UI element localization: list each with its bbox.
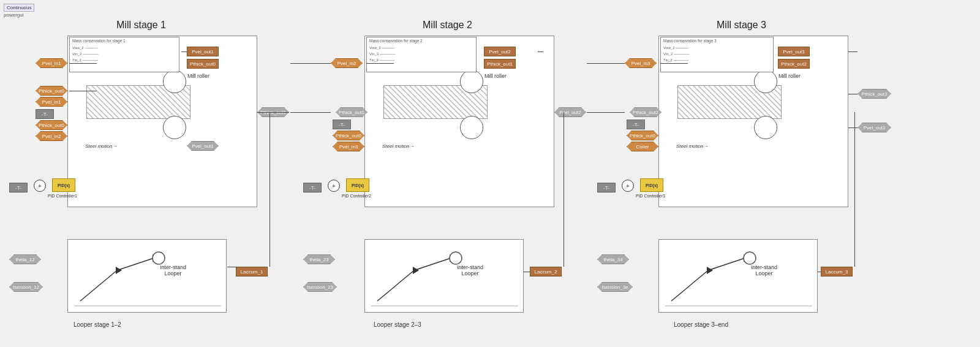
neg-t-pid2-block: -T- bbox=[303, 183, 322, 193]
looper3-box: Inter-standLooper bbox=[658, 239, 818, 313]
pthick-out0-2-block: Pthick_out0 bbox=[36, 120, 67, 130]
line-s2-looper-h bbox=[524, 272, 530, 272]
neg-t-pid1-block: -T- bbox=[9, 183, 28, 193]
mc1-vin: Vin_2 ────── bbox=[72, 52, 98, 56]
pthick-out1-mc-block: Pthick_out1 bbox=[484, 59, 516, 69]
pvel-out1-mc-block: Pvel_out1 bbox=[187, 47, 219, 56]
line-s2-out-mc bbox=[538, 51, 543, 52]
vline-s2-looper bbox=[564, 112, 564, 267]
neg-t-3-block: -T- bbox=[627, 120, 645, 129]
pvel-in1-block: Pvel_in1 bbox=[36, 58, 67, 68]
pthick-out0-1-block: Pthick_out0 bbox=[36, 86, 67, 96]
svg-point-4 bbox=[153, 252, 165, 264]
looper1-box: Inter-standLooper bbox=[67, 239, 227, 313]
mc3-vout: Vout_2 ───── bbox=[663, 46, 689, 50]
svg-line-6 bbox=[377, 270, 414, 301]
steel-motion-label-2: Steel motion→ bbox=[382, 143, 414, 149]
pthick-out0-s2-block: Pthick_out0 bbox=[333, 131, 364, 140]
line-s1-pvel-in bbox=[69, 63, 97, 64]
mill-roller-label-3: Mill roller bbox=[778, 73, 801, 79]
pid3-block[interactable]: PID(s) bbox=[640, 178, 663, 192]
line-s1-s2-pthick bbox=[290, 112, 331, 113]
pthick-out3-block: Pthick_out3 bbox=[858, 89, 891, 99]
line-s3-pvel-out bbox=[848, 128, 858, 128]
pid2-block[interactable]: PID(s) bbox=[346, 178, 369, 192]
mc2-tin: Tin_3 ────── bbox=[369, 58, 395, 62]
mass-conservation-1-box: Mass conservation for stage 1 Vout_2 ───… bbox=[69, 37, 179, 72]
pthick-out2-input-block: Pthick_out2 bbox=[630, 107, 662, 117]
interstand-label-3: Inter-standLooper bbox=[751, 264, 777, 276]
svg-line-13 bbox=[708, 258, 745, 270]
tsension12-block: tsension_12 bbox=[9, 282, 43, 292]
roller-bottom-1 bbox=[163, 116, 186, 139]
pthick-out1-input-block: Pthick_out1 bbox=[336, 107, 368, 117]
stage2-title: Mill stage 2 bbox=[423, 20, 472, 31]
vline-s1-looper bbox=[270, 112, 270, 267]
pvel-in3-stage3-block: Pvel_in3 bbox=[625, 58, 657, 68]
pvel-in2-stage2-block: Pvel_in2 bbox=[331, 58, 363, 68]
powergui-label: powergui bbox=[4, 12, 23, 18]
svg-line-0 bbox=[80, 270, 117, 301]
pthick-out0-mc-block: Pthick_out0 bbox=[187, 59, 219, 69]
interstand-label-1: Inter-standLooper bbox=[160, 264, 186, 276]
pvel-out3-out-block: Pvel_out3 bbox=[858, 123, 891, 132]
neg-t-pid3-block: -T- bbox=[597, 183, 616, 193]
looper3-svg bbox=[659, 240, 818, 313]
line-s1-pthick bbox=[69, 91, 97, 91]
mass-conservation-2-box: Mass conservation for stage 2 Vout_3 ───… bbox=[366, 37, 477, 72]
steel-motion-label-1: Steel motion→ bbox=[85, 143, 117, 149]
svg-point-10 bbox=[450, 252, 462, 264]
vline-s3-looper bbox=[854, 112, 855, 267]
svg-marker-3 bbox=[116, 267, 122, 274]
looper2-svg bbox=[365, 240, 524, 313]
line-s3-pthick-out bbox=[848, 94, 858, 94]
mc2-label: Mass conservation for stage 2 bbox=[369, 39, 423, 43]
line-s3-looper-h bbox=[818, 272, 821, 272]
pid2-label: PID Controller2 bbox=[342, 194, 371, 198]
pid1-label: PID Controller1 bbox=[48, 194, 77, 198]
sum-junction-3: + bbox=[622, 180, 634, 192]
stage1-title: Mill stage 1 bbox=[116, 20, 166, 31]
theta23-block: theta_23 bbox=[303, 254, 335, 264]
svg-marker-9 bbox=[413, 267, 419, 274]
main-canvas: Continuous powergui Mill stage 1 Mill ro… bbox=[0, 0, 980, 347]
stage3-title: Mill stage 3 bbox=[717, 20, 766, 31]
mc3-tin: Tin_2 ────── bbox=[663, 58, 689, 62]
looper1-svg bbox=[68, 240, 227, 313]
svg-line-1 bbox=[117, 258, 154, 270]
interstand-label-2: Inter-standLooper bbox=[457, 264, 483, 276]
neg-t-2-block: -T- bbox=[333, 120, 351, 129]
pvel-in1-2-block: Pvel_in1 bbox=[36, 97, 67, 107]
steel-motion-label-3: Steel motion→ bbox=[676, 143, 708, 149]
roller-bottom-2 bbox=[460, 116, 483, 139]
mc3-label: Mass conservation for stage 3 bbox=[663, 39, 717, 43]
mc1-vout: Vout_2 ───── bbox=[72, 46, 98, 50]
sum-junction-2: + bbox=[328, 180, 340, 192]
tsension3e-block: tsension_3e bbox=[597, 282, 633, 292]
pthick-out0-s3-block: Pthick_out0 bbox=[627, 131, 658, 140]
continuous-badge: Continuous bbox=[4, 4, 34, 12]
pvel-out3-mc-block: Pvel_out3 bbox=[778, 47, 810, 56]
pid1-block[interactable]: PID(s) bbox=[52, 178, 75, 192]
mc3-vin: Vin_2 ────── bbox=[663, 52, 689, 56]
mc1-tin: Tin_2 ────── bbox=[72, 58, 98, 62]
roller-top-1 bbox=[163, 70, 186, 93]
pvel-out1-main-block: Pvel_out1 bbox=[187, 141, 219, 151]
line-s2-s3-pvel bbox=[587, 63, 625, 64]
line-s1-out-mc bbox=[181, 51, 187, 52]
svg-line-7 bbox=[414, 258, 451, 270]
line-s1-s2-pvel bbox=[290, 63, 331, 64]
pvel-in2-block-1: Pvel_in2 bbox=[36, 131, 67, 141]
mill-roller-label-2: Mill roller bbox=[484, 73, 507, 79]
laccum2-block: Laccum_2 bbox=[530, 267, 562, 276]
theta34-block: theta_34 bbox=[597, 254, 629, 264]
roller-top-3 bbox=[754, 70, 777, 93]
mill-roller-label-1: Mill roller bbox=[187, 73, 209, 79]
mc1-label: Mass conservation for stage 1 bbox=[72, 39, 126, 43]
line-s3-out-mc bbox=[848, 51, 858, 52]
svg-line-12 bbox=[671, 270, 708, 301]
svg-marker-15 bbox=[707, 267, 713, 274]
mc2-vin: Vin_3 ────── bbox=[369, 52, 395, 56]
line-s1-looper-h bbox=[227, 267, 236, 267]
looper1-title: Looper stage 1–2 bbox=[74, 321, 121, 328]
